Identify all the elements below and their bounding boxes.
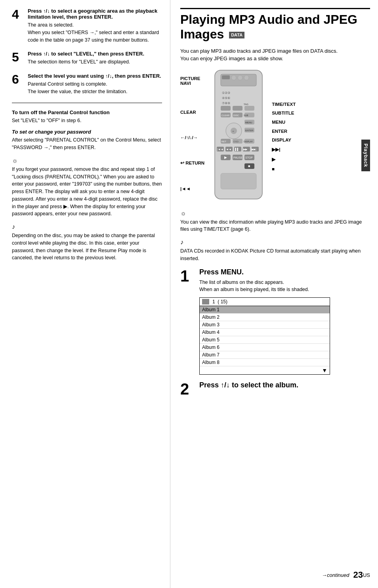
title-text: Playing MP3 Audio and JPEG Images	[180, 12, 357, 41]
left-divider	[12, 103, 162, 103]
tip-icon-1: ☼	[12, 157, 162, 164]
svg-rect-2	[222, 75, 230, 79]
label-display: DISPLAY	[272, 138, 296, 142]
tip-1: ☼ If you forget your password, remove th…	[12, 157, 162, 218]
svg-text:SUB: SUB	[244, 114, 248, 117]
step-5-body: The selection items for "LEVEL" are disp…	[28, 58, 144, 66]
album-list-header: 1 ( 15)	[200, 298, 330, 306]
label-clear: CLEAR	[180, 110, 204, 115]
label-prev: |◄◄	[180, 186, 204, 191]
right-step-2-content: Press ↑/↓ to select the album.	[199, 381, 298, 392]
parental-off-section: To turn off the Parental Control functio…	[12, 109, 162, 124]
note-2: ♪ DATA CDs recorded in KODAK Picture CD …	[180, 239, 370, 262]
label-arrows: ←/↑/↓/→	[180, 135, 204, 140]
step-6: 6 Select the level you want using ↑/↓, t…	[12, 73, 162, 96]
note-icon-1: ♪	[12, 223, 162, 230]
remote-diagram-area: PICTURENAVI CLEAR ←/↑/↓/→ ↩ RETURN |◄◄ ①…	[180, 68, 370, 204]
album-item-7: Album 7	[200, 351, 330, 359]
album-header-total: ( 15)	[218, 299, 227, 305]
album-list-footer: ▼	[200, 366, 330, 374]
album-folder-icon	[202, 299, 209, 305]
svg-rect-5	[244, 75, 249, 80]
footer: →continued 23 US	[322, 570, 370, 580]
step-6-title: Select the level you want using ↑/↓, the…	[28, 73, 161, 79]
svg-text:+: +	[232, 130, 234, 133]
svg-text:TAG: TAG	[244, 103, 248, 105]
album-item-3: Album 3	[200, 321, 330, 329]
step-4-title: Press ↑/↓ to select a geographic area as…	[28, 8, 162, 20]
label-return: ↩ RETURN	[180, 160, 204, 166]
right-step-2-number: 2	[180, 381, 195, 397]
right-step-1-content: Press MENU. The list of albums on the di…	[199, 268, 330, 375]
album-list: 1 ( 15) Album 1 Album 2 Album 3 Album 4 …	[199, 297, 330, 375]
svg-rect-10	[233, 106, 242, 111]
right-step-1-number: 1	[180, 268, 195, 284]
right-column: Playing MP3 Audio and JPEG Images DATA Y…	[170, 0, 378, 588]
step-5: 5 Press ↑/↓ to select "LEVEL," then pres…	[12, 51, 162, 66]
svg-rect-3	[231, 75, 236, 80]
svg-text:▶▶|: ▶▶|	[252, 148, 256, 151]
remote-image: ①②③ ④⑤⑥ ⑦⑧⑨ TAG CLEAR DISC SUB MENU	[207, 68, 270, 204]
note-2-body: DATA CDs recorded in KODAK Picture CD fo…	[180, 247, 370, 262]
tip-icon-2: ☼	[180, 210, 370, 217]
step-6-body: Parental Control setting is complete.The…	[28, 80, 161, 96]
album-item-5: Album 5	[200, 336, 330, 344]
svg-rect-4	[238, 75, 242, 80]
right-step-2-title: Press ↑/↓ to select the album.	[199, 381, 298, 389]
parental-off-body: Set "LEVEL" to "OFF" in step 6.	[12, 117, 162, 124]
tip-2: ☼ You can view the disc information whil…	[180, 210, 370, 234]
label-subtitle: SUBTITLE	[272, 111, 296, 115]
svg-text:OSD: OSD	[233, 140, 239, 143]
right-step-1-title: Press MENU.	[199, 268, 330, 276]
svg-rect-9	[221, 106, 231, 111]
label-enter: ENTER	[272, 129, 296, 134]
label-time-text: TIME/TEXT	[272, 102, 296, 107]
label-next: ▶▶|	[272, 147, 296, 152]
remote-left-labels: PICTURENAVI CLEAR ←/↑/↓/→ ↩ RETURN |◄◄	[180, 68, 207, 191]
intro-text: You can play MP3 audio tracks and JPEG i…	[180, 47, 370, 63]
step-6-number: 6	[12, 73, 23, 86]
right-step-1: 1 Press MENU. The list of albums on the …	[180, 268, 370, 375]
label-play: ▶	[272, 157, 296, 162]
step-6-content: Select the level you want using ↑/↓, the…	[28, 73, 161, 96]
tip-1-body: If you forget your password, remove the …	[12, 166, 162, 218]
note-1-body: Depending on the disc, you may be asked …	[12, 232, 162, 262]
page-title: Playing MP3 Audio and JPEG Images DATA	[180, 8, 370, 42]
password-heading: To set or change your password	[12, 129, 162, 135]
album-header-num: 1	[212, 299, 215, 305]
svg-text:RET: RET	[221, 140, 226, 143]
svg-text:CLEAR: CLEAR	[221, 114, 230, 117]
svg-text:①②③: ①②③	[222, 91, 230, 95]
svg-text:ENTER: ENTER	[245, 129, 254, 132]
svg-text:DISC: DISC	[233, 114, 239, 117]
step-5-number: 5	[12, 51, 23, 63]
album-item-1: Album 1	[200, 306, 330, 314]
svg-text:▶▶: ▶▶	[243, 148, 248, 151]
svg-text:④⑤⑥: ④⑤⑥	[222, 96, 230, 100]
svg-text:STOP: STOP	[245, 156, 253, 159]
svg-rect-50	[221, 173, 256, 189]
step-4-number: 4	[12, 8, 23, 21]
intro-line-1: You can play MP3 audio tracks and JPEG i…	[180, 48, 338, 54]
svg-text:■: ■	[248, 164, 250, 168]
parental-off-heading: To turn off the Parental Control functio…	[12, 109, 162, 115]
password-section: To set or change your password After sel…	[12, 129, 162, 151]
album-item-2: Album 2	[200, 314, 330, 321]
data-badge: DATA	[229, 32, 244, 38]
intro-line-2: You can enjoy JPEG images as a slide sho…	[180, 56, 283, 61]
right-step-2: 2 Press ↑/↓ to select the album.	[180, 381, 370, 397]
left-column: 4 Press ↑/↓ to select a geographic area …	[0, 0, 170, 588]
right-step-1-body: The list of albums on the disc appears. …	[199, 279, 330, 294]
note-1: ♪ Depending on the disc, you may be aske…	[12, 223, 162, 262]
album-item-4: Album 4	[200, 329, 330, 336]
step-4: 4 Press ↑/↓ to select a geographic area …	[12, 8, 162, 44]
svg-text:|◄◄: |◄◄	[217, 148, 223, 151]
album-item-6: Album 6	[200, 344, 330, 351]
label-stop: ■	[272, 167, 296, 171]
label-picture-navi: PICTURENAVI	[180, 76, 204, 86]
page-number: 23	[353, 570, 363, 580]
svg-text:◄◄: ◄◄	[226, 148, 231, 151]
svg-rect-11	[244, 106, 254, 111]
continued-text: →continued	[322, 572, 349, 578]
step-4-body: The area is selected.When you select "OT…	[28, 21, 162, 44]
